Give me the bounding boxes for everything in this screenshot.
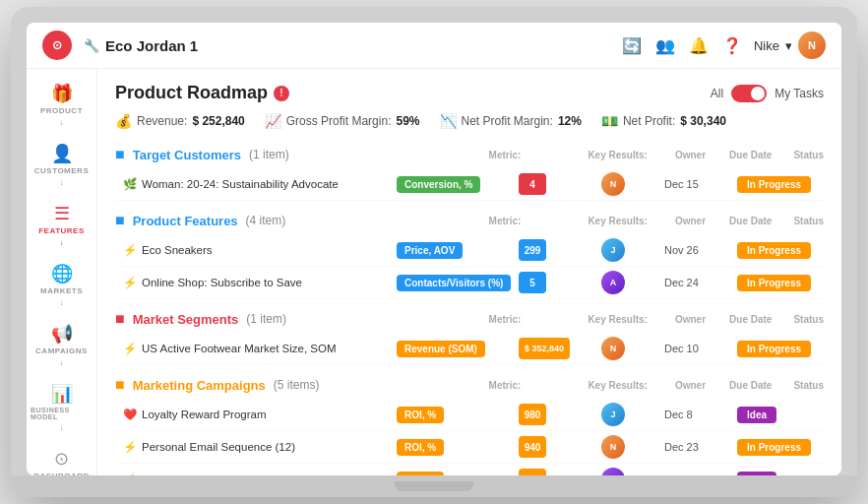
row-name: ❤️ Loyalty Reward Program bbox=[123, 408, 393, 421]
duedate-col: Nov 17 bbox=[664, 473, 733, 475]
sidebar-label-dashboard: DASHBOARD bbox=[33, 472, 90, 475]
page-title-badge: ! bbox=[274, 86, 289, 101]
th-key-results-2: Key Results: bbox=[588, 314, 648, 325]
status-col: In Progress bbox=[737, 176, 816, 193]
target-customers-title: Target Customers bbox=[133, 148, 241, 162]
th-owner-1: Owner bbox=[675, 216, 706, 226]
owner-avatar: A bbox=[601, 271, 625, 294]
user-chevron: ▾ bbox=[785, 38, 792, 53]
metric-gross: 📈 Gross Profit Margin: 59% bbox=[265, 113, 420, 129]
owner-col: N bbox=[601, 172, 660, 196]
dashboard-icon: ⊙ bbox=[54, 448, 69, 470]
owner-col: A bbox=[601, 271, 660, 294]
th-status-1: Status bbox=[793, 216, 824, 226]
product-features-title: Product Features bbox=[133, 214, 238, 228]
sidebar-item-markets[interactable]: 🌐 MARKETS ↓ bbox=[27, 257, 96, 313]
sidebar-arrow-business: ↓ bbox=[60, 423, 64, 432]
marketing-campaigns-icon: ■ bbox=[115, 376, 125, 394]
th-due-3: Due Date bbox=[729, 380, 772, 391]
table-row: ⚡ Online Shop: Subscribe to Save Contact… bbox=[115, 267, 824, 299]
duedate-col: Dec 10 bbox=[664, 343, 733, 354]
owner-avatar: N bbox=[601, 337, 625, 360]
revenue-value: $ 252,840 bbox=[192, 114, 244, 128]
row-name: ⚡ Online Shop: Subscribe to Save bbox=[123, 276, 393, 289]
bell-icon[interactable]: 🔔 bbox=[689, 36, 709, 55]
metric-col: ROI, % bbox=[397, 407, 515, 423]
sidebar-item-dashboard[interactable]: ⊙ DASHBOARD bbox=[27, 442, 96, 475]
share-icon[interactable]: 👥 bbox=[655, 36, 675, 55]
sidebar-item-product[interactable]: 🎁 PRODUCT ↓ bbox=[27, 77, 96, 133]
row-icon: ⚡ bbox=[123, 440, 137, 454]
sidebar-arrow-features: ↓ bbox=[60, 238, 64, 247]
owner-col: N bbox=[601, 435, 660, 459]
business-model-icon: 📊 bbox=[51, 383, 73, 405]
row-name: ⚡ Eco Sneakers bbox=[123, 243, 393, 257]
app-title-icon: 🔧 bbox=[84, 38, 99, 53]
marketing-campaigns-title: Marketing Campaigns bbox=[133, 378, 266, 393]
th-metric-0: Metric: bbox=[489, 150, 522, 160]
sidebar-item-business-model[interactable]: 📊 BUSINESS MODEL ↓ bbox=[27, 377, 96, 438]
metric-badge: ROI, % bbox=[397, 407, 444, 423]
marketing-campaigns-count: (5 items) bbox=[274, 378, 320, 392]
kresult-col: 980 bbox=[519, 404, 597, 425]
toggle-area: All My Tasks bbox=[711, 85, 824, 102]
owner-avatar: A bbox=[601, 468, 625, 475]
sidebar-label-customers: CUSTOMERS bbox=[34, 166, 89, 175]
key-result-badge: 5 bbox=[519, 272, 546, 293]
th-due-2: Due Date bbox=[729, 314, 772, 325]
duedate-col: Dec 8 bbox=[664, 409, 733, 420]
owner-col: J bbox=[601, 403, 660, 426]
page-title: Product Roadmap ! bbox=[115, 83, 289, 103]
metric-badge: ROI, % bbox=[397, 472, 444, 476]
net-margin-icon: 📉 bbox=[440, 113, 457, 129]
gross-icon: 📈 bbox=[265, 113, 281, 129]
net-profit-value: $ 30,340 bbox=[680, 114, 726, 128]
toggle-switch[interactable] bbox=[731, 85, 767, 102]
sidebar-item-features[interactable]: ☰ FEATURES ↓ bbox=[27, 197, 96, 253]
section-product-features: ■ Product Features (4 item) Metric: Key … bbox=[115, 207, 824, 299]
sidebar-item-customers[interactable]: 👤 CUSTOMERS ↓ bbox=[27, 137, 96, 193]
sidebar-label-business: BUSINESS MODEL bbox=[31, 407, 93, 420]
net-profit-label: Net Profit: bbox=[623, 114, 675, 128]
metric-revenue: 💰 Revenue: $ 252,840 bbox=[115, 113, 245, 129]
key-result-badge: 910 bbox=[519, 469, 546, 475]
kresult-col: 910 bbox=[519, 469, 597, 475]
row-icon: ⚡ bbox=[123, 342, 137, 355]
row-name: ⚡ US Active Footwear Market Size, SOM bbox=[123, 342, 393, 355]
status-col: In Progress bbox=[737, 242, 816, 259]
th-due-1: Due Date bbox=[729, 216, 772, 226]
key-result-badge: $ 352,840 bbox=[519, 338, 570, 359]
gross-label: Gross Profit Margin: bbox=[286, 114, 392, 128]
toggle-left-label: All bbox=[711, 87, 723, 100]
status-badge: Idea bbox=[737, 407, 776, 423]
section-header-market-segments: ■ Market Segments (1 item) Metric: Key R… bbox=[115, 305, 824, 333]
sync-icon[interactable]: 🔄 bbox=[622, 36, 642, 55]
section-market-segments: ■ Market Segments (1 item) Metric: Key R… bbox=[115, 305, 824, 365]
metric-badge: Revenue (SOM) bbox=[397, 341, 485, 357]
metric-col: Price, AOV bbox=[397, 242, 515, 259]
page-header: Product Roadmap ! All My Tasks bbox=[115, 83, 824, 103]
help-icon[interactable]: ❓ bbox=[722, 36, 742, 55]
kresult-col: 5 bbox=[519, 272, 597, 293]
market-segments-count: (1 item) bbox=[246, 312, 286, 326]
table-row: ⚡ Personal Email Sequence (12) ROI, % 94… bbox=[115, 431, 824, 464]
duedate-col: Dec 24 bbox=[664, 277, 733, 288]
topbar-user[interactable]: Nike ▾ N bbox=[754, 32, 826, 59]
status-badge: In Progress bbox=[737, 439, 811, 456]
sidebar-arrow-campaigns: ↓ bbox=[60, 358, 64, 367]
net-profit-icon: 💵 bbox=[601, 113, 618, 129]
row-icon: ❤️ bbox=[123, 408, 137, 421]
owner-col: A bbox=[601, 468, 660, 475]
key-result-badge: 940 bbox=[519, 436, 546, 458]
sidebar-item-campaigns[interactable]: 📢 CAMPAIGNS ↓ bbox=[27, 317, 96, 373]
market-segments-title: Market Segments bbox=[133, 312, 239, 327]
sidebar-arrow-customers: ↓ bbox=[60, 178, 64, 187]
app-title-text: Eco Jordan 1 bbox=[105, 37, 198, 54]
net-margin-label: Net Profit Margin: bbox=[462, 114, 553, 128]
th-status-3: Status bbox=[793, 380, 824, 391]
main-area: 🎁 PRODUCT ↓ 👤 CUSTOMERS ↓ ☰ FEATURES ↓ bbox=[27, 69, 841, 475]
product-features-count: (4 item) bbox=[246, 214, 286, 227]
status-badge: Idea bbox=[737, 472, 776, 476]
sidebar-label-markets: MARKETS bbox=[40, 286, 83, 295]
status-badge: In Progress bbox=[737, 242, 811, 259]
